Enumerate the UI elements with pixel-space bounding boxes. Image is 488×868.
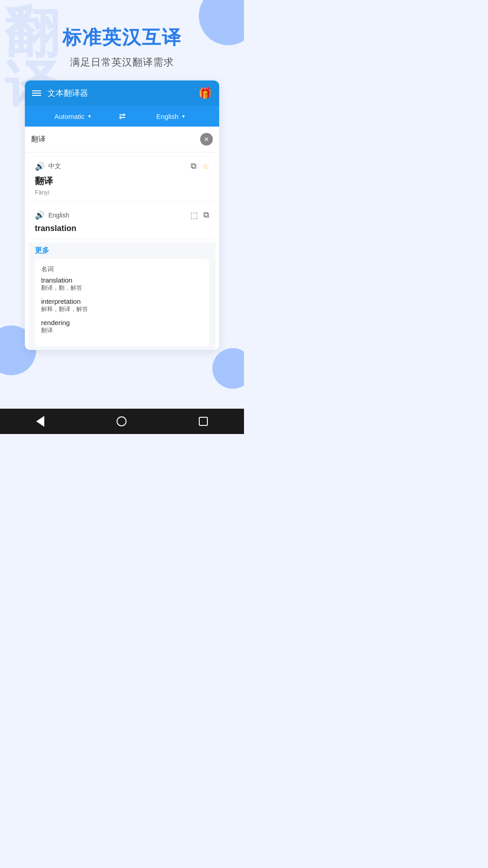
english-panel-actions: ⬚ ⧉ (190, 210, 209, 220)
more-word-2: rendering (41, 319, 203, 326)
chinese-speaker-icon[interactable]: 🔊 (35, 161, 45, 171)
gift-icon[interactable]: 🎁 (198, 87, 212, 99)
input-area: 翻译 ✕ (25, 127, 219, 152)
menu-button[interactable] (32, 90, 41, 96)
more-label: 更多 (35, 246, 209, 255)
bg-decoration-bottom-right (212, 348, 244, 389)
english-speaker-icon[interactable]: 🔊 (35, 210, 45, 220)
external-link-button[interactable]: ⬚ (190, 210, 198, 220)
more-section: 更多 名词 translation 翻译，翻，解答 interpretation… (28, 242, 216, 350)
chinese-translation-panel: 🔊 中文 ⧉ ☆ 翻译 Fānyì (28, 156, 216, 201)
app-card: 文本翻译器 🎁 Automatic ▼ ⇄ English ▼ 翻译 ✕ 🔊 中… (25, 80, 219, 350)
more-pos: 名词 (41, 265, 203, 274)
more-meaning-2: 翻译 (41, 326, 203, 335)
main-title: 标准英汉互译 (9, 25, 235, 50)
clear-button[interactable]: ✕ (200, 133, 213, 146)
more-word-1: interpretation (41, 297, 203, 305)
target-language-label: English (156, 113, 178, 120)
more-meaning-1: 解释，翻译，解答 (41, 305, 203, 313)
chinese-pinyin: Fānyì (35, 189, 209, 196)
chinese-panel-header: 🔊 中文 ⧉ ☆ (35, 161, 209, 171)
navigation-bar (0, 409, 244, 434)
language-bar: Automatic ▼ ⇄ English ▼ (25, 106, 219, 127)
more-item-2: rendering 翻译 (41, 319, 203, 335)
clear-icon: ✕ (204, 136, 209, 143)
nav-recents-icon (199, 417, 208, 426)
nav-recents-button[interactable] (199, 417, 208, 426)
nav-home-icon (117, 416, 127, 426)
source-language-button[interactable]: Automatic ▼ (32, 113, 114, 120)
english-panel-header: 🔊 English ⬚ ⧉ (35, 210, 209, 220)
app-title: 文本翻译器 (47, 88, 198, 99)
chinese-panel-actions: ⧉ ☆ (191, 161, 209, 171)
toolbar: 文本翻译器 🎁 (25, 80, 219, 106)
english-translation: translation (35, 224, 209, 233)
nav-home-button[interactable] (117, 416, 127, 426)
source-language-label: Automatic (54, 113, 84, 120)
copy-button-chinese[interactable]: ⧉ (191, 161, 197, 171)
target-language-arrow: ▼ (181, 114, 186, 119)
more-item-1: interpretation 解释，翻译，解答 (41, 297, 203, 313)
more-card: 名词 translation 翻译，翻，解答 interpretation 解释… (35, 259, 209, 346)
star-button-chinese[interactable]: ☆ (202, 161, 209, 171)
copy-button-english[interactable]: ⧉ (203, 210, 209, 220)
english-translation-panel: 🔊 English ⬚ ⧉ translation (28, 205, 216, 239)
nav-back-button[interactable] (36, 416, 44, 427)
english-panel-lang: English (48, 212, 190, 219)
target-language-button[interactable]: English ▼ (130, 113, 212, 120)
chinese-panel-lang: 中文 (48, 162, 191, 170)
more-word-0: translation (41, 276, 203, 284)
swap-languages-button[interactable]: ⇄ (114, 111, 130, 121)
sub-title: 满足日常英汉翻译需求 (9, 56, 235, 69)
chinese-word: 翻译 (35, 175, 209, 187)
more-item-0: translation 翻译，翻，解答 (41, 276, 203, 292)
header: 标准英汉互译 满足日常英汉翻译需求 (0, 0, 244, 80)
source-language-arrow: ▼ (87, 114, 92, 119)
input-text[interactable]: 翻译 (31, 135, 197, 144)
more-meaning-0: 翻译，翻，解答 (41, 284, 203, 292)
nav-back-icon (36, 416, 44, 427)
